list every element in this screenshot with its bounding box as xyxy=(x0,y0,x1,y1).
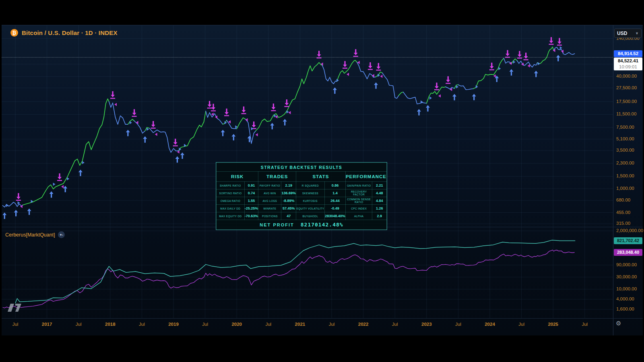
sell-arrow xyxy=(153,121,154,125)
price-line-segment xyxy=(3,202,23,207)
sell-arrow xyxy=(253,121,254,125)
currency-dropdown[interactable]: USD ▼ xyxy=(614,29,642,38)
sell-arrow xyxy=(549,44,553,45)
net-profit-value: 82170142.48% xyxy=(301,222,343,228)
time-tick-label: Jul xyxy=(76,322,82,327)
time-tick-label: Jul xyxy=(265,322,271,327)
buy-arrow xyxy=(534,71,538,74)
sell-arrow xyxy=(111,95,115,97)
sell-arrow xyxy=(448,76,449,80)
buy-arrow xyxy=(221,130,225,133)
sell-arrow xyxy=(151,125,155,127)
buy-arrow xyxy=(15,212,17,216)
sell-arrow xyxy=(344,61,345,65)
metric-label: CPC INDEX xyxy=(345,205,372,212)
sell-arrow xyxy=(18,193,19,197)
buy-arrow xyxy=(175,156,179,159)
price-line-segment xyxy=(256,62,322,131)
sell-arrow xyxy=(343,65,347,67)
buy-arrow xyxy=(452,94,456,97)
metric-label: MAX DAILY DD xyxy=(217,205,245,212)
metric-value: 2.21 xyxy=(372,182,387,189)
price-tick-label: 27,500.00 xyxy=(616,85,637,90)
buy-arrow xyxy=(143,136,147,139)
price-line-segment xyxy=(517,61,537,67)
buyhold-value-badge: 283,048.40 xyxy=(614,249,642,256)
buy-arrow xyxy=(417,109,421,112)
price-line-segment xyxy=(399,92,403,95)
time-tick-label: Jul xyxy=(455,322,461,327)
symbol-title-row[interactable]: ₿ Bitcoin / U.S. Dollar · 1D · INDEX xyxy=(10,29,118,37)
sell-triangle xyxy=(528,64,530,68)
buy-triangle xyxy=(421,101,423,104)
buy-arrow xyxy=(231,134,235,137)
gear-icon[interactable]: ⚙ xyxy=(616,320,621,327)
indicator-legend-row[interactable]: Cerberus[MarktQuant] ✦+ xyxy=(5,231,65,238)
time-tick-label: Jul xyxy=(139,322,145,327)
table-group-header: RISK xyxy=(217,172,258,182)
time-tick-label: Jul xyxy=(392,322,398,327)
backtest-results-table: STRATEGY BACKTEST RESULTSRISKTRADESSTATS… xyxy=(216,162,387,230)
price-line-segment xyxy=(458,85,473,90)
sell-arrow xyxy=(271,107,275,109)
metric-value: 57.45% xyxy=(281,205,296,212)
sell-arrow xyxy=(519,51,520,55)
plot-area[interactable]: ₿ Bitcoin / U.S. Dollar · 1D · INDEX STR… xyxy=(2,25,613,335)
metric-label: BUY&HODL xyxy=(296,212,324,220)
metric-label: MAX EQUITY DD xyxy=(217,212,245,220)
sell-arrow xyxy=(243,107,244,111)
sell-triangle xyxy=(288,111,291,114)
time-tick-label: Jul xyxy=(582,322,588,327)
bitcoin-icon: ₿ xyxy=(10,29,18,37)
chevron-down-icon: ▼ xyxy=(635,31,639,35)
sell-arrow xyxy=(132,113,136,115)
price-scale[interactable]: USD ▼ 84,914.52 84,522.41 10:09:01 821,7… xyxy=(613,25,643,335)
tradingview-logo-icon xyxy=(7,303,22,313)
sell-arrow xyxy=(57,180,62,181)
sell-arrow xyxy=(110,98,115,99)
sell-arrow xyxy=(343,68,347,68)
metric-label: SHARPE RATIO xyxy=(217,182,245,189)
sell-arrow xyxy=(208,105,212,107)
equity-tick-label: 10,000.00 xyxy=(616,286,637,291)
sell-arrow xyxy=(132,116,137,117)
table-title: STRATEGY BACKTEST RESULTS xyxy=(217,163,387,172)
sell-arrow xyxy=(557,45,562,45)
metric-value: 4.48 xyxy=(372,189,387,197)
sell-arrow xyxy=(435,86,439,88)
price-tick-label: 1,000.00 xyxy=(616,186,634,191)
sell-arrow xyxy=(506,54,510,56)
time-tick-label: 2025 xyxy=(548,322,558,327)
metric-value: 1.4 xyxy=(324,189,345,197)
symbol-title: Bitcoin / U.S. Dollar · 1D · INDEX xyxy=(22,29,118,36)
equity-tick-label: 30,000.00 xyxy=(616,274,637,279)
sell-arrow xyxy=(507,50,508,54)
time-tick-label: 2023 xyxy=(421,322,432,327)
buy-arrow xyxy=(509,69,513,72)
sell-arrow xyxy=(317,58,322,58)
price-tick-label: 2,300.00 xyxy=(616,160,634,165)
time-axis[interactable]: Jul2017Jul2018Jul2019Jul2020Jul2021Jul20… xyxy=(2,319,613,335)
indicator-label[interactable]: Cerberus[MarktQuant] xyxy=(5,232,55,238)
price-line-segment xyxy=(179,111,206,150)
sell-triangle xyxy=(347,73,349,76)
sell-arrow xyxy=(368,69,373,70)
metric-label: ALPHA xyxy=(345,212,372,220)
sell-triangle xyxy=(211,113,214,116)
metric-label: KURTOSIS xyxy=(296,197,324,205)
sell-arrow xyxy=(211,107,215,110)
buy-arrow xyxy=(78,170,83,173)
sparkle-icon[interactable]: ✦+ xyxy=(58,231,65,238)
buy-arrow xyxy=(272,125,273,130)
price-line-segment xyxy=(537,47,554,64)
price-tick-label: 7,500.00 xyxy=(616,125,634,130)
price-line-segment xyxy=(23,99,109,205)
buy-triangle xyxy=(53,183,56,186)
buy-arrow xyxy=(270,123,274,126)
metric-label: PAYOFF RATIO xyxy=(258,182,281,189)
buy-arrow xyxy=(126,130,130,133)
metric-value: 2.19 xyxy=(281,182,296,189)
sell-arrow xyxy=(557,41,561,44)
metric-value: 1.26 xyxy=(372,205,387,212)
metric-label: R SQUARED xyxy=(296,182,324,189)
